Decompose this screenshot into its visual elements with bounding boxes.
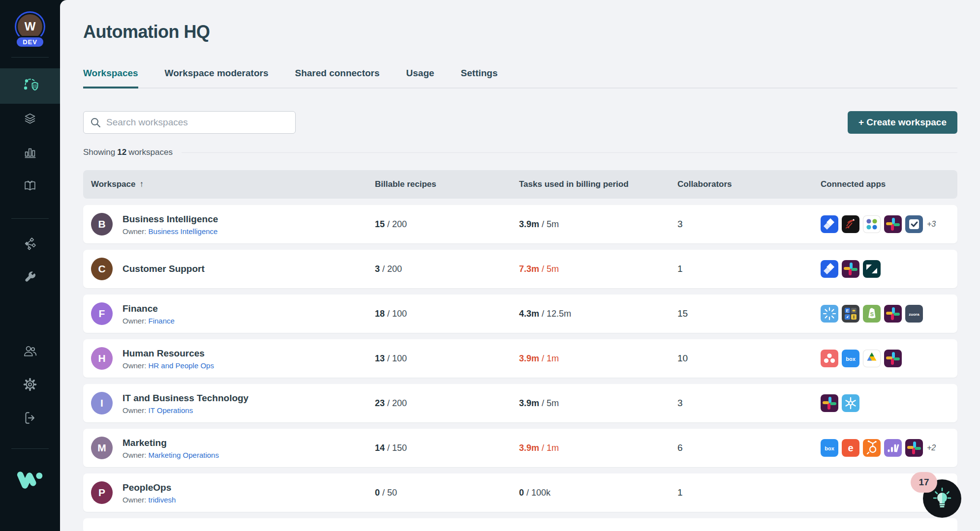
sidebar-divider [11, 218, 49, 219]
owner-link[interactable]: Business Intelligence [149, 227, 218, 236]
table-header: Workspace ↑ Billable recipes Tasks used … [83, 170, 957, 199]
collaborators-count: 3 [677, 219, 821, 230]
sort-ascending-icon[interactable]: ↑ [139, 179, 144, 189]
tab-shared-connectors[interactable]: Shared connectors [295, 68, 379, 88]
workspace-owner: Owner: HR and People Ops [122, 361, 214, 370]
table-row[interactable]: C Customer Support 3 / 200 7.3m / 5m 1 [83, 250, 957, 288]
bar-chart-icon [22, 145, 38, 163]
tasks-used-value: 3.9m / 5m [519, 398, 677, 409]
tasks-used-value: 0 / 100k [519, 488, 677, 498]
sidebar-item-admin-console[interactable] [0, 68, 60, 104]
slack-app-icon [884, 215, 902, 233]
tab-workspace-moderators[interactable]: Workspace moderators [165, 68, 269, 88]
billable-recipes-value: 0 / 50 [375, 488, 519, 498]
summary-suffix: workspaces [128, 148, 173, 157]
workspace-owner: Owner: Marketing Operations [122, 451, 219, 459]
workspace-avatar[interactable]: W DEV [15, 13, 45, 48]
toolbar: + Create workspace [83, 111, 957, 134]
environment-badge: DEV [15, 36, 45, 48]
slack-app-icon [821, 394, 838, 412]
table-row[interactable]: P PeopleOps Owner: tridivesh 0 / 50 0 / … [83, 473, 957, 512]
tab-settings[interactable]: Settings [461, 68, 498, 88]
summary-count: 12 [117, 148, 126, 157]
workspace-name: IT and Business Technology [122, 392, 248, 405]
workspace-name: Customer Support [122, 263, 205, 275]
table-row[interactable]: M Marketing Owner: Marketing Operations … [83, 429, 957, 467]
billable-recipes-value: 3 / 200 [375, 264, 519, 274]
people-icon [22, 343, 38, 361]
more-apps-count: +3 [927, 220, 936, 229]
avatar: F [91, 302, 113, 325]
mixpanel-app-icon [884, 439, 902, 457]
collaborators-count: 1 [677, 264, 821, 274]
sidebar-item-recipes[interactable] [0, 104, 60, 137]
travel-app-icon: E [842, 305, 859, 323]
avatar: M [91, 437, 113, 459]
table-row[interactable]: I IT and Business Technology Owner: IT O… [83, 384, 957, 422]
sidebar-item-members[interactable] [0, 335, 60, 369]
column-header-tasks-used[interactable]: Tasks used in billing period [519, 179, 677, 189]
starburst-app-icon [821, 305, 838, 323]
billable-recipes-value: 18 / 100 [375, 309, 519, 319]
owner-link[interactable]: Finance [149, 317, 175, 325]
column-header-workspace[interactable]: Workspace ↑ [91, 179, 375, 189]
collaborators-count: 3 [677, 398, 821, 409]
workspace-owner: Owner: tridivesh [122, 496, 176, 504]
sidebar-item-library[interactable] [0, 171, 60, 204]
billable-recipes-value: 13 / 100 [375, 354, 519, 364]
eventbrite-app-icon: e [842, 439, 859, 457]
collaborators-count: 10 [677, 353, 821, 364]
svg-text:box: box [825, 445, 834, 451]
snowflake-app-icon [842, 394, 859, 412]
avatar: C [91, 258, 113, 280]
workspace-name: Finance [122, 302, 175, 315]
search-input[interactable] [83, 111, 296, 134]
shopify-app-icon: S [863, 305, 881, 323]
sql-server-app-icon [842, 215, 859, 233]
smartsheet-app-icon [905, 215, 923, 233]
wrench-icon [22, 269, 38, 287]
sidebar-item-connections[interactable] [0, 228, 60, 261]
connected-apps: box [821, 350, 902, 367]
create-workspace-button[interactable]: + Create workspace [848, 111, 957, 134]
slack-app-icon [884, 350, 902, 367]
connected-apps: boxe [821, 439, 923, 457]
summary-prefix: Showing [83, 148, 115, 157]
table-row[interactable]: B Business Intelligence Owner: Business … [83, 205, 957, 243]
collaborators-count: 6 [677, 442, 821, 453]
tasks-used-value: 3.9m / 1m [519, 443, 677, 453]
svg-text:e: e [848, 442, 853, 453]
logout-icon [22, 410, 38, 428]
billable-recipes-value: 23 / 200 [375, 398, 519, 409]
jira-app-icon [821, 260, 838, 278]
billable-recipes-value: 14 / 150 [375, 443, 519, 453]
avatar: I [91, 392, 113, 414]
main-content: Automation HQ Workspaces Workspace moder… [60, 0, 980, 531]
sidebar-item-settings[interactable] [0, 369, 60, 402]
column-header-collaborators[interactable]: Collaborators [677, 179, 821, 189]
collaborators-count: 1 [677, 487, 821, 498]
table-row[interactable]: H Human Resources Owner: HR and People O… [83, 339, 957, 378]
column-header-billable-recipes[interactable]: Billable recipes [375, 179, 519, 189]
tasks-used-value: 3.9m / 5m [519, 219, 677, 230]
owner-link[interactable]: tridivesh [149, 496, 176, 504]
workspaces-table: Workspace ↑ Billable recipes Tasks used … [83, 170, 957, 531]
collaborators-count: 15 [677, 308, 821, 319]
table-row[interactable]: F Finance Owner: Finance 18 / 100 4.3m /… [83, 295, 957, 333]
sidebar-item-logout[interactable] [0, 402, 60, 436]
owner-link[interactable]: Marketing Operations [149, 451, 219, 459]
tab-workspaces[interactable]: Workspaces [83, 68, 138, 88]
owner-link[interactable]: HR and People Ops [149, 361, 214, 370]
column-header-connected-apps: Connected apps [821, 179, 957, 189]
workspace-name: Human Resources [122, 347, 214, 360]
box-app-icon: box [842, 350, 859, 367]
avatar: P [91, 481, 113, 504]
owner-link[interactable]: IT Operations [149, 406, 193, 414]
sidebar-item-tools[interactable] [0, 261, 60, 295]
network-icon [22, 236, 38, 253]
workato-logo[interactable] [15, 469, 45, 493]
avatar: B [91, 213, 113, 236]
sidebar-item-usage[interactable] [0, 137, 60, 171]
sidebar-divider [11, 57, 49, 58]
tab-usage[interactable]: Usage [406, 68, 434, 88]
